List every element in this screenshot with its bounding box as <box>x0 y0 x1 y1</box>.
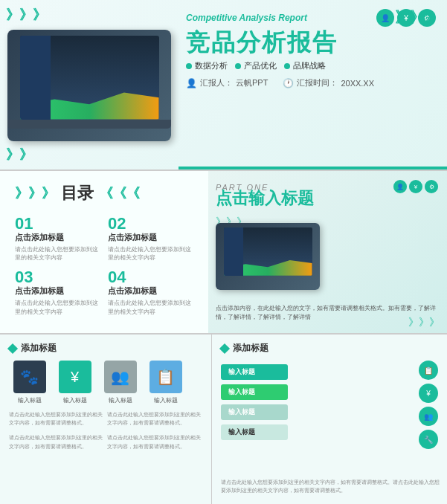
catalog-item-3: 03 点击添加标题 请点击此处输入您想要添加到这里的相关文字内容 <box>15 269 100 315</box>
icon-card-1: 🐾 输入标题 <box>9 361 50 404</box>
panel-title-right: 添加标题 <box>233 342 268 355</box>
time-info: 🕐 汇报时间： 20XX.XX <box>283 77 374 88</box>
slide2-arrows-bottom: 》》》 <box>408 316 440 329</box>
info-row: 👤 汇报人： 云帆PPT 🕐 汇报时间： 20XX.XX <box>186 77 436 88</box>
text-block-1: 请点击此处输入您想要添加到这里的相关文字内容，如有需要请调整格式。 <box>9 410 104 427</box>
catalog-item-title-2: 点击添加标题 <box>108 232 193 243</box>
slide1: 》》》 》》 》》》 Competitive Analysis Report 👤… <box>0 0 447 171</box>
laptop2-image <box>216 223 320 294</box>
part-title: 点击输入标题 <box>216 187 314 208</box>
catalog-num-3: 03 <box>15 269 100 285</box>
slide1-right: 》》》 Competitive Analysis Report 👤 ¥ ⚙ 竞品… <box>179 0 447 169</box>
icon-box-4: 📋 <box>149 361 182 393</box>
slide2-left: 》》》 目录 《《《 01 点击添加标题 请点击此处输入您想要添加到这里的相关文… <box>0 171 208 333</box>
catalog-item-2: 02 点击添加标题 请点击此处输入您想要添加到这里的相关文字内容 <box>108 216 193 262</box>
icon-box-3: 👥 <box>104 361 137 393</box>
right-text-desc: 请点击此处输入您想要添加到这里的相关文字内容，如有需要请调整格式。请点击此处输入… <box>221 478 441 498</box>
icon-label-1: 输入标题 <box>18 396 42 404</box>
icon-card-3: 👥 输入标题 <box>100 361 141 404</box>
laptop-sidebar <box>20 36 51 120</box>
diamond-icon-left <box>7 343 18 353</box>
icon-cards: 🐾 输入标题 ¥ 输入标题 👥 输入标题 📋 输入标题 <box>9 361 202 404</box>
title-cn: 竞品分析报告 <box>186 30 436 56</box>
slide3: 添加标题 🐾 输入标题 ¥ 输入标题 👥 输入标题 📋 输入标题 <box>0 335 447 504</box>
slide2-right: 》》》 PART ONE 👤 ¥ ⚙ 点击输入标题 点击添加内容，在此处输入您的… <box>208 171 447 333</box>
ribbon-labels: 输入标题 输入标题 输入标题 输入标题 <box>221 364 288 440</box>
right-icon-1: 📋 <box>419 361 438 380</box>
catalog-item-desc-2: 请点击此处输入您想要添加到这里的相关文字内容 <box>108 245 193 262</box>
right-icon-3: 👥 <box>419 407 438 426</box>
icon-label-4: 输入标题 <box>154 396 178 404</box>
bullet-3: 品牌战略 <box>284 60 326 71</box>
icon-card-4: 📋 输入标题 <box>145 361 186 404</box>
laptop-image <box>7 30 171 141</box>
slide3-left: 添加标题 🐾 输入标题 ¥ 输入标题 👥 输入标题 📋 输入标题 <box>0 335 212 504</box>
bullet-dot-2 <box>235 63 241 69</box>
catalog-arrows-left: 》》》 <box>15 184 55 202</box>
catalog-item-desc-4: 请点击此处输入您想要添加到这里的相关文字内容 <box>108 299 193 315</box>
bullet-dot-3 <box>284 63 290 69</box>
panel-title-left: 添加标题 <box>21 342 57 355</box>
icon-label-2: 输入标题 <box>63 396 87 404</box>
icon-box-1: 🐾 <box>13 361 46 393</box>
catalog-item-title-3: 点击添加标题 <box>15 285 100 297</box>
title-en: Competitive Analysis Report <box>186 13 307 23</box>
catalog-item-desc-3: 请点击此处输入您想要添加到这里的相关文字内容 <box>15 299 100 315</box>
icon-card-2: ¥ 输入标题 <box>54 361 95 404</box>
part-icons: 👤 ¥ ⚙ <box>393 180 438 193</box>
catalog-item-title-1: 点击添加标题 <box>15 232 100 243</box>
laptop-screen <box>20 36 159 120</box>
main-container: 》》》 》》 》》》 Competitive Analysis Report 👤… <box>0 0 447 504</box>
catalog-item-desc-1: 请点击此处输入您想要添加到这里的相关文字内容 <box>15 245 100 262</box>
teal-stripe <box>179 167 447 169</box>
bullet-dot-1 <box>186 63 192 69</box>
catalog-items: 01 点击添加标题 请点击此处输入您想要添加到这里的相关文字内容 02 点击添加… <box>15 216 193 316</box>
text-block-2: 请点击此处输入您想要添加到这里的相关文字内容，如有需要请调整格式。 <box>107 410 202 427</box>
icon-box-2: ¥ <box>59 361 91 393</box>
bullet-1: 数据分析 <box>186 60 228 71</box>
icon-label-3: 输入标题 <box>109 396 132 404</box>
ribbon-tag-2: 输入标题 <box>221 384 288 400</box>
catalog-item-1: 01 点击添加标题 请点击此处输入您想要添加到这里的相关文字内容 <box>15 216 100 262</box>
part-icon-2: ¥ <box>409 180 422 193</box>
text-blocks: 请点击此处输入您想要添加到这里的相关文字内容，如有需要请调整格式。 请点击此处输… <box>9 410 202 454</box>
part-icon-3: ⚙ <box>425 180 438 193</box>
arrow-top-right: 》》》 <box>395 7 440 28</box>
arrow-bottom-left: 》》 <box>6 146 33 164</box>
right-icon-4: 🔧 <box>419 430 438 449</box>
laptop-base <box>7 120 171 129</box>
clock-icon: 🕐 <box>283 78 294 88</box>
catalog-num-4: 04 <box>108 269 193 285</box>
icon-person: 👤 <box>376 9 394 27</box>
right-content: 输入标题 输入标题 输入标题 输入标题 📋 ¥ 👥 <box>221 361 438 449</box>
bullet-2: 产品优化 <box>235 60 277 71</box>
arrow-top-left: 》》》 <box>6 6 46 24</box>
panel-header-right: 添加标题 <box>221 342 438 355</box>
ribbon-tag-1: 输入标题 <box>221 364 288 380</box>
slide2: 》》》 目录 《《《 01 点击添加标题 请点击此处输入您想要添加到这里的相关文… <box>0 171 447 335</box>
laptop2-screen <box>224 227 312 276</box>
text-block-4: 请点击此处输入您想要添加到这里的相关文字内容，如有需要请调整格式。 <box>107 433 202 450</box>
catalog-item-title-4: 点击添加标题 <box>108 285 193 297</box>
slide2-part-desc: 点击添加内容，在此处输入您的文字，如有需要请调整相关格式。如有需要，了解详情，了… <box>216 304 440 322</box>
bullet-row: 数据分析 产品优化 品牌战略 <box>186 60 436 71</box>
reporter-info: 👤 汇报人： 云帆PPT <box>186 77 268 88</box>
slide1-left: 》》》 》》 <box>0 0 179 169</box>
catalog-item-4: 04 点击添加标题 请点击此处输入您想要添加到这里的相关文字内容 <box>108 269 193 315</box>
catalog-num-2: 02 <box>108 216 193 232</box>
laptop2 <box>216 223 320 290</box>
catalog-header: 》》》 目录 《《《 <box>15 182 193 204</box>
catalog-title: 目录 <box>61 182 94 204</box>
diamond-icon-right <box>219 343 230 353</box>
catalog-arrows-right: 《《《 <box>100 184 140 202</box>
catalog-num-1: 01 <box>15 216 100 232</box>
slide3-right: 添加标题 输入标题 输入标题 输入标题 输入标题 <box>212 335 447 504</box>
right-icon-2: ¥ <box>419 384 438 403</box>
ribbon-tag-3: 输入标题 <box>221 404 288 420</box>
person-icon: 👤 <box>186 78 197 88</box>
right-desc-text: 请点击此处输入您想要添加到这里的相关文字内容，如有需要请调整格式。请点击此处输入… <box>221 478 441 494</box>
right-icons: 📋 ¥ 👥 🔧 <box>419 361 438 449</box>
ribbon-tag-4: 输入标题 <box>221 424 288 440</box>
part-icon-1: 👤 <box>393 180 407 193</box>
text-block-3: 请点击此处输入您想要添加到这里的相关文字内容，如有需要请调整格式。 <box>9 433 104 450</box>
